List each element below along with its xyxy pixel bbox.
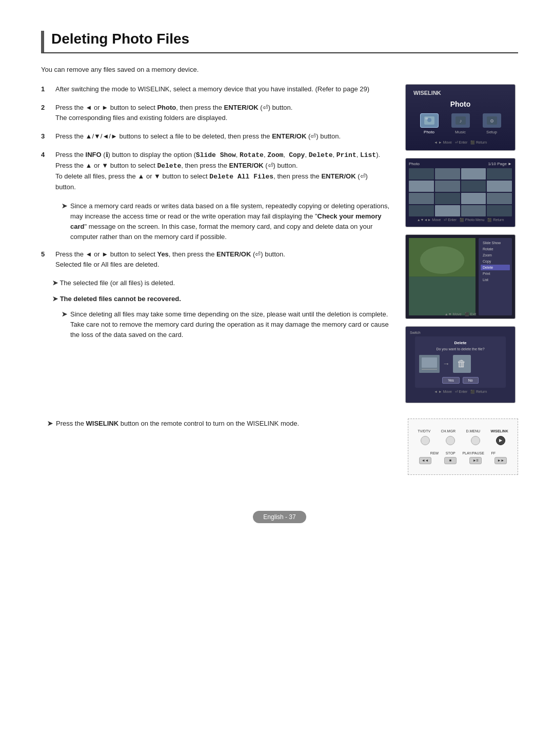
screen2-nav: ▲▼◄► Move ⏎ Enter ⬛ Photo Menu ⬛ Return xyxy=(409,218,512,222)
svg-point-1 xyxy=(427,118,431,122)
thumb-10 xyxy=(435,193,460,204)
thumb-2 xyxy=(435,168,460,180)
screen4-buttons: Yes No xyxy=(419,377,502,384)
screen4-title: Delete xyxy=(419,341,502,345)
photo-grid xyxy=(409,168,512,216)
step-5-enter: ENTER/OK xyxy=(216,250,251,258)
screenshot-delete-menu: Slide Show Rotate Zoom Copy Delete Print… xyxy=(405,234,516,319)
screen4-brand: Switch xyxy=(410,331,511,334)
thumb-9 xyxy=(409,193,434,204)
thumb-1 xyxy=(409,168,434,180)
note-arrow-2: ➤ xyxy=(52,279,58,287)
screen1-music-label: Music xyxy=(455,130,466,134)
screen4-content: → 🗑 xyxy=(419,355,502,373)
content-layout: 1 After switching the mode to WISELINK, … xyxy=(41,84,518,403)
intro-text: You can remove any files saved on a memo… xyxy=(41,65,518,75)
wiselink-note-body: Press the WISELINK button on the remote … xyxy=(56,419,392,429)
remote-inner: TV/DTV CH.MGR D.MENU WISELINK ▶ REW STOP… xyxy=(412,429,513,464)
remote-row2-circles: ▶ xyxy=(412,436,513,445)
thumb-8 xyxy=(487,181,512,192)
note-deletion-time: ➤ Since deleting all files may take some… xyxy=(55,309,390,340)
step-4-body: Press the INFO (ℹ) button to display the… xyxy=(55,150,390,193)
step-2-enter-sym: ⏎ xyxy=(263,104,268,111)
step-1-num: 1 xyxy=(41,84,50,94)
remote-label-chmgr: CH.MGR xyxy=(441,429,456,433)
note-arrow-3: ➤ xyxy=(52,295,58,303)
screen4-question: Do you want to delete the file? xyxy=(419,347,502,351)
bottom-text: ➤ Press the WISELINK button on the remot… xyxy=(41,419,392,435)
step-5-yes: Yes xyxy=(157,250,168,258)
screenshot-photo-grid: Photo 1/10 Page ► ▲▼◄ xyxy=(405,158,516,227)
step-4-enter-sym2: ⏎ xyxy=(360,172,366,180)
menu-list: List xyxy=(481,277,510,283)
step-5-body: Press the ◄ or ► button to select Yes, t… xyxy=(55,249,390,270)
step-4-enter-sym1: ⏎ xyxy=(268,162,273,169)
screen3-nav: ▲▼ Move ⬛ Exit xyxy=(409,312,512,316)
step-3-bold-enter: ENTER/OK xyxy=(272,132,306,140)
step-2-num: 2 xyxy=(41,103,50,123)
screen1-brand: WISELINK xyxy=(411,90,441,96)
note-1-bold: Check your memory card xyxy=(70,212,382,230)
svg-point-10 xyxy=(420,246,464,274)
screen4-no-btn[interactable]: No xyxy=(463,377,479,384)
thumb-7 xyxy=(461,181,486,192)
main-content: 1 After switching the mode to WISELINK, … xyxy=(41,84,390,403)
screen1-icons: Photo ♪ Music ⚙ Setup xyxy=(420,113,501,134)
step-5: 5 Press the ◄ or ► button to select Yes,… xyxy=(41,249,390,270)
step-3-enter-sym: ⏎ xyxy=(310,132,316,140)
screen3-photo xyxy=(409,238,476,315)
note-4-body: Since deleting all files may take some t… xyxy=(70,309,390,340)
svg-text:⚙: ⚙ xyxy=(490,118,494,124)
step-4-copy: Copy xyxy=(289,151,305,159)
sub-note-2: ➤ The deleted files cannot be recovered. xyxy=(52,294,390,304)
screen4-dialog: Delete Do you want to delete the file? →… xyxy=(415,336,506,388)
step-4-print: Print xyxy=(337,151,357,159)
remote-control-diagram: TV/DTV CH.MGR D.MENU WISELINK ▶ REW STOP… xyxy=(408,419,518,475)
step-1: 1 After switching the mode to WISELINK, … xyxy=(41,84,390,94)
remote-label-tvdtv: TV/DTV xyxy=(418,429,430,433)
remote-circle-dmenu xyxy=(471,436,480,445)
step-4-slideshow: Slide Show xyxy=(196,151,236,159)
remote-label-play: PLAY/PAUSE xyxy=(462,451,484,455)
step-4-rotate: Rotate xyxy=(240,151,264,159)
remote-row1-labels: TV/DTV CH.MGR D.MENU WISELINK xyxy=(412,429,513,433)
remote-row3-btns: ◄◄ ■ ►II ►► xyxy=(412,457,513,464)
screen2-page: 1/10 Page ► xyxy=(488,162,512,166)
wiselink-bold: WISELINK xyxy=(86,420,119,427)
screen1-icon-photo: Photo xyxy=(420,113,439,134)
note-arrow-4: ➤ xyxy=(62,309,67,340)
step-2-bold-photo: Photo xyxy=(157,104,176,111)
menu-zoom: Zoom xyxy=(481,252,510,258)
remote-btn-play: ►II xyxy=(469,457,482,464)
screen1-nav: ◄ ► Move ⏎ Enter ⬛ Return xyxy=(434,141,487,145)
svg-rect-12 xyxy=(422,357,437,368)
step-4-select-delete: Delete xyxy=(157,162,181,170)
thumb-14 xyxy=(435,205,460,216)
remote-btn-stop: ■ xyxy=(444,457,457,464)
screenshot-delete-confirm: Switch Delete Do you want to delete the … xyxy=(405,326,516,403)
menu-rotate: Rotate xyxy=(481,246,510,252)
step-1-text: After switching the mode to WISELINK, se… xyxy=(55,85,369,93)
thumb-5 xyxy=(409,181,434,192)
screen4-nav: ◄ ► Move ⏎ Enter ⬛ Return xyxy=(410,390,511,394)
step-4-delete: Delete xyxy=(309,151,333,159)
menu-slideshow: Slide Show xyxy=(481,240,510,246)
wiselink-note-arrow: ➤ xyxy=(47,419,53,429)
screen3-menu: Slide Show Rotate Zoom Copy Delete Print… xyxy=(479,238,512,315)
step-2: 2 Press the ◄ or ► button to select Phot… xyxy=(41,103,390,123)
remote-transport-labels: REW STOP PLAY/PAUSE FF xyxy=(412,448,513,456)
thumb-13 xyxy=(409,205,434,216)
remote-label-ff: FF xyxy=(491,451,496,455)
screen1-icon-setup: ⚙ Setup xyxy=(483,113,501,134)
step-1-body: After switching the mode to WISELINK, se… xyxy=(55,84,390,94)
thumb-6 xyxy=(435,181,460,192)
svg-rect-2 xyxy=(425,117,428,120)
page-footer: English - 37 xyxy=(41,506,518,523)
step-3: 3 Press the ▲/▼/◄/► buttons to select a … xyxy=(41,131,390,142)
screen4-yes-btn[interactable]: Yes xyxy=(442,377,459,384)
screen1-photo-label-sm: Photo xyxy=(424,130,434,134)
step-2-body: Press the ◄ or ► button to select Photo,… xyxy=(55,103,390,123)
thumb-11 xyxy=(461,193,486,204)
step-4-info: INFO xyxy=(86,151,102,158)
step-4-enter1: ENTER/OK xyxy=(229,162,263,169)
